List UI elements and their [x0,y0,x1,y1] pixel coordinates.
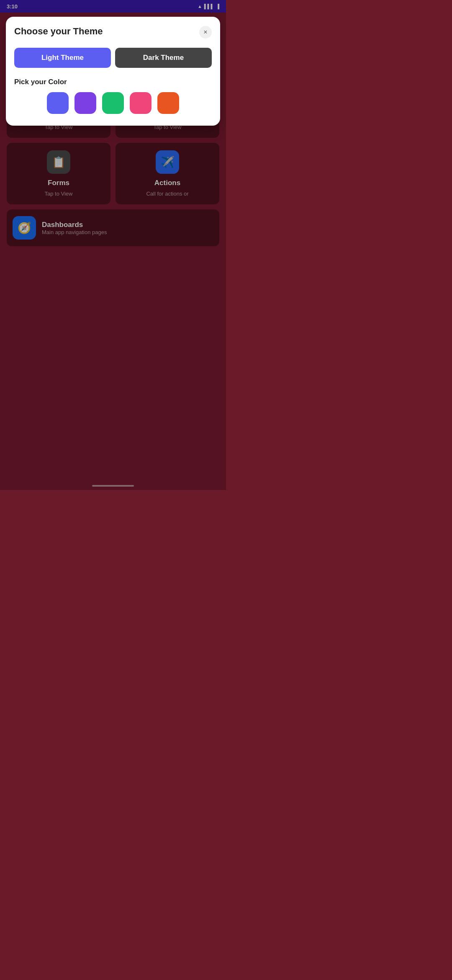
color-swatch-green[interactable] [102,92,124,114]
close-button[interactable]: × [199,26,212,39]
modal-title: Choose your Theme [14,26,199,37]
theme-toggle: Light Theme Dark Theme [14,48,212,68]
light-theme-button[interactable]: Light Theme [14,48,111,68]
color-swatches [14,92,212,114]
color-swatch-purple[interactable] [74,92,96,114]
color-swatch-orange[interactable] [157,92,179,114]
dark-theme-button[interactable]: Dark Theme [115,48,212,68]
color-swatch-blue-purple[interactable] [47,92,69,114]
color-swatch-pink[interactable] [130,92,152,114]
color-section-label: Pick your Color [14,78,212,86]
theme-modal: Choose your Theme × Light Theme Dark The… [6,17,220,126]
modal-header: Choose your Theme × [14,26,212,39]
